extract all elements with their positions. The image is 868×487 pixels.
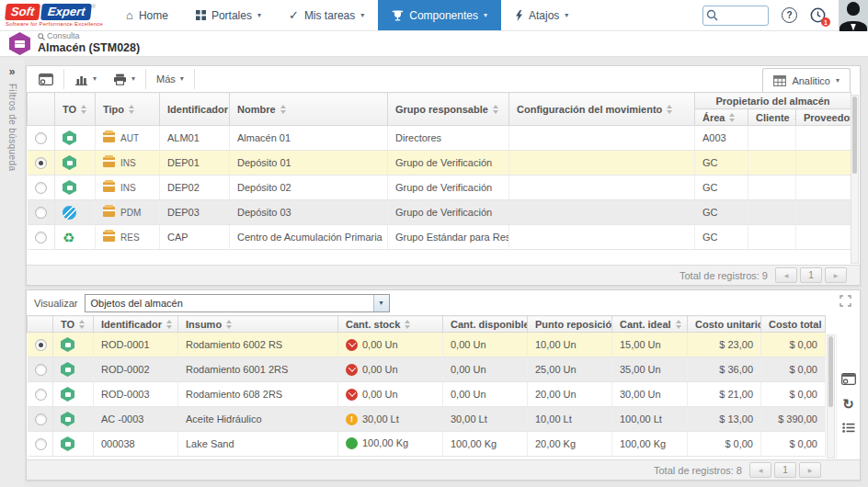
print-button[interactable]: ▾	[105, 68, 143, 90]
col-grupo-responsable[interactable]: Grupo responsable	[388, 93, 509, 126]
col-cant-ideal[interactable]: Cant. ideal	[612, 316, 688, 333]
row-radio[interactable]	[35, 364, 47, 376]
chart-button[interactable]: ▾	[66, 68, 105, 90]
current-page[interactable]: 1	[774, 462, 796, 478]
cell-ideal: 30,00 Un	[612, 382, 688, 407]
prev-page-button[interactable]: ◀	[775, 267, 797, 283]
analitico-view-button[interactable]: Analitico ▾	[762, 68, 851, 92]
row-radio[interactable]	[35, 339, 47, 351]
col-to[interactable]: TO	[55, 93, 96, 126]
topbar-right: ? 1	[702, 0, 868, 30]
card-view-button[interactable]	[30, 68, 62, 90]
cell-grupo: Grupo de Verificación	[388, 176, 509, 200]
warehouse-row[interactable]: AUT ALM01 Almacén 01 Directores A003	[28, 126, 851, 151]
cell-insumo: Aceite Hidráulico	[178, 407, 338, 432]
help-button[interactable]: ?	[782, 7, 797, 23]
user-avatar[interactable]	[839, 0, 868, 31]
row-radio[interactable]	[35, 182, 47, 194]
col-costo-unitario[interactable]: Costo unitario	[688, 316, 761, 333]
pending-activities-button[interactable]: 1	[810, 7, 826, 23]
chevron-down-icon: ▾	[131, 75, 135, 83]
object-row[interactable]: 000038 Lake Sand 100,00 Kg 100,00 Kg 20,…	[28, 432, 826, 457]
stock-warning-icon: !	[346, 413, 358, 425]
warehouse-object-icon	[61, 337, 74, 352]
row-radio[interactable]	[35, 207, 47, 219]
row-radio[interactable]	[35, 232, 47, 244]
warehouse-row[interactable]: PDM DEP03 Depósito 03 Grupo de Verificac…	[28, 200, 851, 225]
scrollbar[interactable]	[851, 95, 859, 264]
nav-portales[interactable]: Portales ▾	[182, 0, 275, 30]
visualizar-select[interactable]: Objetos del almacén ▾	[85, 294, 390, 312]
softexpert-logo[interactable]: Soft Expert ® Software for Performance E…	[0, 0, 112, 30]
warehouse-object-icon	[63, 180, 76, 195]
package-icon	[103, 232, 115, 242]
row-radio[interactable]	[35, 438, 47, 450]
list-view-button[interactable]	[842, 423, 855, 433]
cell-identificador: ROD-0002	[94, 357, 178, 382]
col-cant-stock[interactable]: Cant. stock	[338, 316, 443, 333]
cell-disponible: 100,00 Kg	[443, 432, 528, 457]
row-radio[interactable]	[35, 413, 47, 425]
search-icon	[38, 33, 45, 40]
cell-ideal: 100,00 Kg	[612, 432, 688, 457]
cell-identificador: DEP01	[160, 151, 230, 176]
expand-sidebar-button[interactable]: »	[9, 65, 16, 78]
next-page-button[interactable]: ▶	[825, 267, 847, 283]
col-punto-reposicion[interactable]: Punto reposición	[528, 316, 612, 333]
cell-grupo: Grupo de Verificación	[388, 200, 509, 225]
scrollbar[interactable]	[827, 334, 835, 459]
cell-costo-total: $ 0,00	[761, 357, 826, 382]
col-costo-total[interactable]: Costo total	[761, 316, 826, 333]
refresh-button[interactable]: ↻	[842, 397, 854, 411]
maximize-icon	[839, 295, 851, 307]
nav-componentes[interactable]: Componentes ▾	[378, 0, 501, 30]
col-configuracion[interactable]: Configuración del movimiento	[509, 93, 695, 126]
table-footer: Total de registros: 8 ◀ 1 ▶	[27, 459, 860, 480]
warehouse-row[interactable]: ♻ RES CAP Centro de Acumulación Primaria…	[28, 225, 851, 250]
current-page[interactable]: 1	[800, 267, 822, 283]
nav-home[interactable]: ⌂ Home	[112, 0, 182, 30]
warehouse-object-icon	[63, 130, 76, 145]
scrollbar-thumb[interactable]	[852, 96, 857, 174]
nav-componentes-label: Componentes	[409, 9, 478, 22]
nav-mis-tareas[interactable]: ✓ Mis tareas ▾	[275, 0, 378, 30]
warehouse-row[interactable]: INS DEP02 Depósito 02 Grupo de Verificac…	[28, 176, 851, 200]
col-cliente[interactable]: Cliente	[748, 109, 796, 126]
prev-page-button[interactable]: ◀	[749, 462, 771, 478]
cell-costo-unitario: $ 13,00	[688, 407, 761, 432]
col-cant-disponible[interactable]: Cant. disponible	[443, 316, 528, 333]
col-tipo[interactable]: Tipo	[96, 93, 160, 126]
maximize-button[interactable]	[839, 295, 851, 307]
col-area[interactable]: Área	[695, 109, 748, 126]
object-row[interactable]: AC -0003 Aceite Hidráulico !30,00 Lt 30,…	[28, 407, 826, 432]
col-identificador[interactable]: Identificador	[160, 93, 230, 126]
next-page-button[interactable]: ▶	[799, 462, 821, 478]
object-row[interactable]: ROD-0002 Rodamiento 6001 2RS 0,00 Un 0,0…	[28, 357, 826, 382]
row-radio[interactable]	[35, 132, 47, 144]
card-view-button[interactable]	[841, 373, 856, 385]
cell-disponible: 0,00 Un	[443, 357, 528, 382]
nav-atajos[interactable]: Atajos ▾	[501, 0, 582, 30]
col-nombre[interactable]: Nombre	[230, 93, 388, 126]
col-insumo[interactable]: Insumo	[178, 316, 338, 333]
object-row[interactable]: ROD-0001 Rodamiento 6002 RS 0,00 Un 0,00…	[28, 333, 826, 357]
grid-icon	[196, 10, 206, 20]
cell-costo-total: $ 0,00	[761, 382, 826, 407]
col-proveedor[interactable]: Proveedor	[796, 109, 851, 126]
sort-icon	[166, 320, 173, 329]
object-row[interactable]: ROD-0003 Rodamiento 608 2RS 0,00 Un 0,00…	[28, 382, 826, 407]
warehouse-row[interactable]: INS DEP01 Depósito 01 Grupo de Verificac…	[28, 151, 851, 176]
card-view-icon	[841, 373, 856, 385]
cell-cliente	[748, 151, 796, 176]
search-icon	[706, 9, 718, 21]
row-radio[interactable]	[35, 389, 47, 401]
nav-portales-label: Portales	[211, 9, 252, 22]
more-button[interactable]: Más ▾	[148, 68, 192, 90]
col-to[interactable]: TO	[53, 316, 94, 333]
scrollbar-thumb[interactable]	[828, 336, 833, 407]
cell-punto: 10,00 Lt	[528, 407, 612, 432]
cell-nombre: Depósito 01	[230, 151, 388, 176]
row-radio[interactable]	[35, 157, 47, 169]
col-identificador[interactable]: Identificador	[94, 316, 178, 333]
cell-stock: 0,00 Un	[338, 357, 443, 382]
